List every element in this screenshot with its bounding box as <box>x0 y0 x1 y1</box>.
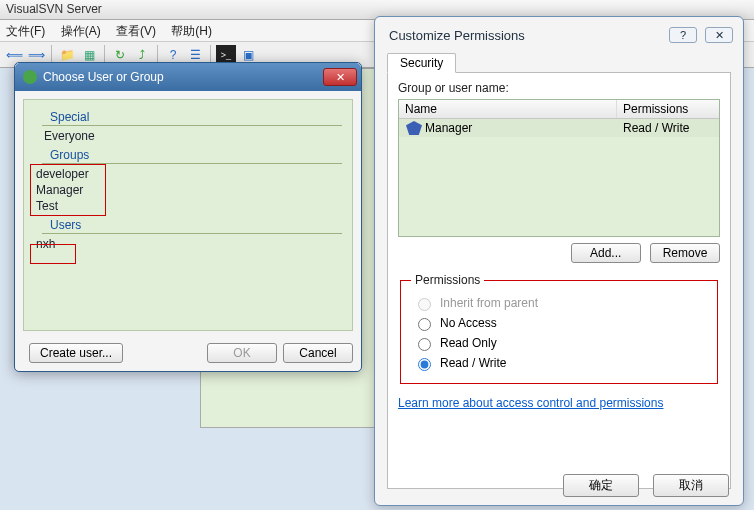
group-icon <box>406 121 422 135</box>
radio-readonly-label: Read Only <box>440 336 497 350</box>
menu-help[interactable]: 帮助(H) <box>171 24 212 38</box>
row-perm: Read / Write <box>617 121 719 135</box>
item-manager[interactable]: Manager <box>34 182 342 198</box>
item-developer[interactable]: developer <box>34 166 342 182</box>
create-user-button[interactable]: Create user... <box>29 343 123 363</box>
col-name[interactable]: Name <box>399 100 617 118</box>
tab-content: Group or user name: Name Permissions Man… <box>387 73 731 489</box>
menu-view[interactable]: 查看(V) <box>116 24 156 38</box>
group-user-label: Group or user name: <box>398 81 720 95</box>
radio-noaccess-label: No Access <box>440 316 497 330</box>
menu-action[interactable]: 操作(A) <box>61 24 101 38</box>
close-button[interactable]: ✕ <box>705 27 733 43</box>
add-button[interactable]: Add... <box>571 243 641 263</box>
tab-security[interactable]: Security <box>387 53 456 73</box>
customize-permissions-window: Customize Permissions ? ✕ Security Group… <box>374 16 744 506</box>
menu-file[interactable]: 文件(F) <box>6 24 45 38</box>
radio-inherit-label: Inherit from parent <box>440 296 538 310</box>
tabstrip: Security <box>387 53 731 73</box>
ok-button[interactable]: 确定 <box>563 474 639 497</box>
user-row[interactable]: Manager Read / Write <box>399 119 719 137</box>
section-users: Users <box>42 218 342 234</box>
col-perm[interactable]: Permissions <box>617 100 719 118</box>
radio-readwrite[interactable] <box>418 358 431 371</box>
section-special: Special <box>42 110 342 126</box>
choose-user-group-window: Choose User or Group ✕ Special Everyone … <box>14 62 362 372</box>
section-groups: Groups <box>42 148 342 164</box>
row-name: Manager <box>425 121 472 135</box>
learn-more-link[interactable]: Learn more about access control and perm… <box>398 396 663 410</box>
radio-readwrite-label: Read / Write <box>440 356 506 370</box>
remove-button[interactable]: Remove <box>650 243 720 263</box>
help-button[interactable]: ? <box>669 27 697 43</box>
item-nxh[interactable]: nxh <box>34 236 342 252</box>
ok-button[interactable]: OK <box>207 343 277 363</box>
ug-title: Choose User or Group <box>43 70 164 84</box>
radio-readonly[interactable] <box>418 338 431 351</box>
cancel-button[interactable]: 取消 <box>653 474 729 497</box>
cp-title: Customize Permissions <box>389 28 525 43</box>
user-list[interactable]: Name Permissions Manager Read / Write <box>398 99 720 237</box>
item-test[interactable]: Test <box>34 198 342 214</box>
permissions-group: Permissions Inherit from parent No Acces… <box>400 273 718 384</box>
item-everyone[interactable]: Everyone <box>42 128 342 144</box>
radio-noaccess[interactable] <box>418 318 431 331</box>
radio-inherit <box>418 298 431 311</box>
permissions-legend: Permissions <box>411 273 484 287</box>
app-icon <box>23 70 37 84</box>
ug-list[interactable]: Special Everyone Groups developer Manage… <box>23 99 353 331</box>
cancel-button[interactable]: Cancel <box>283 343 353 363</box>
close-icon[interactable]: ✕ <box>323 68 357 86</box>
ug-titlebar: Choose User or Group ✕ <box>15 63 361 91</box>
